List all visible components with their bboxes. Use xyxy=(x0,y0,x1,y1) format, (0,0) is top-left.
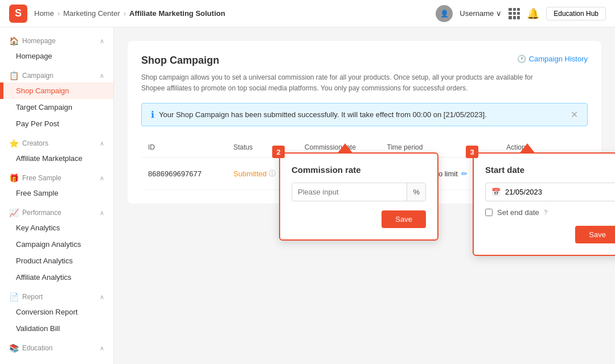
username-label: Username xyxy=(460,9,494,18)
breadcrumb-current: Affiliate Marketing Solution xyxy=(129,9,225,18)
sidebar-section-header-free-sample: 🎁 Free Sample ∧ xyxy=(0,169,113,185)
commission-save-button[interactable]: Save xyxy=(382,210,426,228)
sidebar-section-label-education: Education xyxy=(22,344,52,352)
sidebar-section-performance: 📈 Performance ∧ Key Analytics Campaign A… xyxy=(0,204,113,286)
sidebar-item-affiliate-analytics[interactable]: Affiliate Analytics xyxy=(0,269,113,286)
alert-close-button[interactable]: ✕ xyxy=(571,109,578,120)
sidebar-item-free-sample[interactable]: Free Sample xyxy=(0,185,113,201)
apps-icon[interactable] xyxy=(509,8,520,19)
sidebar-section-label-homepage: Homepage xyxy=(22,37,56,45)
sidebar-item-campaign-analytics[interactable]: Campaign Analytics xyxy=(0,236,113,253)
alert-message: Your Shop Campaign has been submitted su… xyxy=(159,110,487,119)
page-title: Shop Campaign xyxy=(141,55,219,67)
campaign-description: Shop campaign allows you to set a univer… xyxy=(141,72,540,94)
info-icon: ℹ xyxy=(151,109,154,120)
sidebar-section-header-report: 📄 Report ∧ xyxy=(0,288,113,304)
sidebar-section-campaign: 📋 Campaign ∧ Shop Campaign Target Campai… xyxy=(0,67,113,132)
performance-section-icon: 📈 xyxy=(9,208,19,217)
popover2-title: Commission rate xyxy=(292,165,426,175)
sidebar-section-label-campaign: Campaign xyxy=(22,72,54,80)
success-alert: ℹ Your Shop Campaign has been submitted … xyxy=(141,103,588,126)
main-content: Shop Campaign 🕐 Campaign History Shop ca… xyxy=(114,27,615,364)
sidebar-section-label-report: Report xyxy=(22,293,43,301)
chevron-report: ∧ xyxy=(100,293,104,301)
homepage-section-icon: 🏠 xyxy=(9,36,19,46)
notification-bell-icon[interactable]: 🔔 xyxy=(527,7,539,20)
sidebar-section-label-free-sample: Free Sample xyxy=(22,174,62,182)
sidebar-section-header-performance: 📈 Performance ∧ xyxy=(0,204,113,220)
sidebar-item-pay-per-post[interactable]: Pay Per Post xyxy=(0,115,113,132)
status-label: Submitted xyxy=(233,169,267,178)
annotation-badge-2: 2 xyxy=(272,146,285,158)
set-end-date-checkbox[interactable] xyxy=(485,209,493,216)
status-info-icon[interactable]: ⓘ xyxy=(269,169,276,179)
breadcrumb-marketing[interactable]: Marketing Center xyxy=(63,9,120,18)
popover2-arrow xyxy=(337,143,353,154)
date-input[interactable] xyxy=(505,188,613,196)
chevron-down-icon: ∨ xyxy=(496,9,502,18)
date-save-button[interactable]: Save xyxy=(575,226,615,243)
sidebar-section-creators: ⭐ Creators ∧ Affiliate Marketplace xyxy=(0,134,113,167)
sidebar-section-header-homepage: 🏠 Homepage ∧ xyxy=(0,32,113,48)
calendar-icon: 📅 xyxy=(491,188,501,196)
topnav-right: 👤 Username ∨ 🔔 Education Hub xyxy=(436,5,606,22)
sidebar-section-report: 📄 Report ∧ Conversion Report Validation … xyxy=(0,288,113,337)
report-section-icon: 📄 xyxy=(9,292,19,301)
sidebar-item-validation-bill[interactable]: Validation Bill xyxy=(0,320,113,337)
sidebar: 🏠 Homepage ∧ Homepage 📋 Campaign ∧ Shop … xyxy=(0,27,114,364)
education-hub-button[interactable]: Education Hub xyxy=(546,7,606,20)
chevron-free-sample: ∧ xyxy=(100,175,104,182)
set-end-date-label: Set end date xyxy=(497,208,539,217)
avatar: 👤 xyxy=(436,5,453,22)
cell-id: 8686969697677 xyxy=(141,158,227,190)
sidebar-section-header-creators: ⭐ Creators ∧ xyxy=(0,134,113,150)
sidebar-item-key-analytics[interactable]: Key Analytics xyxy=(0,220,113,236)
breadcrumb-sep2: › xyxy=(124,9,126,18)
chevron-performance: ∧ xyxy=(100,209,104,217)
sidebar-item-affiliate-marketplace[interactable]: Affiliate Marketplace xyxy=(0,150,113,167)
annotation-badge-3: 3 xyxy=(466,146,478,158)
breadcrumb-sep: › xyxy=(58,9,60,18)
sidebar-item-homepage[interactable]: Homepage xyxy=(0,48,113,64)
edit-time-period-icon[interactable]: ✏ xyxy=(461,169,468,178)
campaign-history-link[interactable]: 🕐 Campaign History xyxy=(517,55,588,63)
sidebar-section-header-campaign: 📋 Campaign ∧ xyxy=(0,67,113,82)
clock-icon: 🕐 xyxy=(517,55,526,63)
chevron-education: ∧ xyxy=(100,345,104,352)
topnav: S Home › Marketing Center › Affiliate Ma… xyxy=(0,0,615,27)
campaign-history-label: Campaign History xyxy=(529,55,588,63)
username-button[interactable]: Username ∨ xyxy=(460,9,502,18)
popover3-arrow xyxy=(519,143,535,154)
sidebar-item-shop-campaign[interactable]: Shop Campaign xyxy=(0,82,113,99)
creators-section-icon: ⭐ xyxy=(9,139,19,148)
popover3-title: Start date xyxy=(485,165,615,175)
campaign-header: Shop Campaign 🕐 Campaign History xyxy=(141,55,588,67)
help-icon[interactable]: ? xyxy=(544,209,548,217)
commission-rate-popover: 2 Commission rate % Save xyxy=(279,152,438,241)
sidebar-section-free-sample: 🎁 Free Sample ∧ Free Sample xyxy=(0,169,113,201)
commission-input[interactable] xyxy=(292,183,407,201)
chevron-campaign: ∧ xyxy=(100,72,104,80)
campaign-section-icon: 📋 xyxy=(9,71,19,80)
percent-suffix: % xyxy=(407,183,425,201)
sidebar-item-product-analytics[interactable]: Product Analytics xyxy=(0,253,113,269)
commission-input-row: % xyxy=(292,183,426,201)
layout: 🏠 Homepage ∧ Homepage 📋 Campaign ∧ Shop … xyxy=(0,27,615,364)
sidebar-section-header-education: 📚 Education ∧ xyxy=(0,339,113,355)
start-date-popover: 3 Start date 📅 Set end date ? Save xyxy=(473,152,615,256)
sidebar-section-label-performance: Performance xyxy=(22,209,62,217)
breadcrumb-home[interactable]: Home xyxy=(34,9,54,18)
col-id: ID xyxy=(141,138,227,158)
chevron-homepage: ∧ xyxy=(100,38,104,45)
breadcrumb: Home › Marketing Center › Affiliate Mark… xyxy=(34,9,225,18)
education-section-icon: 📚 xyxy=(9,344,19,353)
set-end-date-row: Set end date ? xyxy=(485,208,615,217)
sidebar-item-conversion-report[interactable]: Conversion Report xyxy=(0,304,113,320)
chevron-creators: ∧ xyxy=(100,140,104,147)
logo-icon: S xyxy=(9,5,27,23)
sidebar-section-homepage: 🏠 Homepage ∧ Homepage xyxy=(0,32,113,64)
free-sample-section-icon: 🎁 xyxy=(9,173,19,183)
sidebar-section-education: 📚 Education ∧ xyxy=(0,339,113,355)
sidebar-item-target-campaign[interactable]: Target Campaign xyxy=(0,99,113,115)
date-input-row: 📅 xyxy=(485,183,615,201)
